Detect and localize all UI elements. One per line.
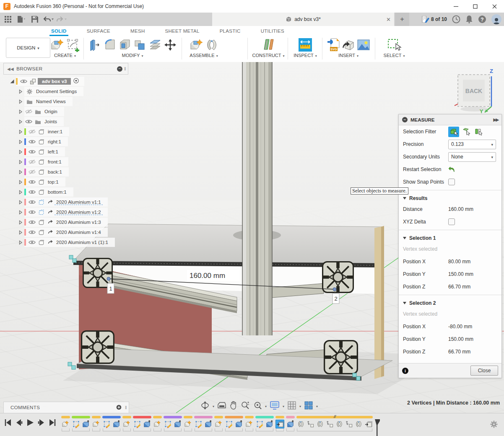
notifications-bell-icon[interactable] [465,15,473,23]
timeline-group-capsule[interactable] [225,416,243,418]
expand-caret-icon[interactable] [18,240,23,245]
create-label[interactable]: CREATE [54,53,73,58]
timeline-group-capsule[interactable] [194,416,213,418]
browser-item-2020-aluminium-v1-4[interactable]: 2020 Aluminium v1:4 [3,227,128,237]
timeline-feature-group[interactable] [132,415,152,431]
timeline-group-capsule[interactable] [184,416,192,418]
timeline-feature-group[interactable] [91,415,101,431]
browser-item-left-1[interactable]: left:1 [3,147,128,157]
user-avatar[interactable] [491,14,501,24]
timeline-icon-extrude[interactable] [234,420,243,428]
orbit-icon[interactable] [200,401,210,410]
visibility-eye-off-icon[interactable] [28,169,36,174]
timeline-feature-group[interactable] [153,415,162,431]
move-icon[interactable] [164,38,177,52]
browser-root-item[interactable]: adv box v3 [3,76,128,86]
assemble-label[interactable]: ASSEMBLE [190,53,214,58]
expand-caret-icon[interactable] [18,210,23,215]
timeline-icon-derive[interactable] [275,420,284,428]
timeline-icon-extrude[interactable] [286,420,295,428]
viewcube[interactable]: BACK Z Y [453,65,501,114]
fit-icon[interactable] [253,401,262,410]
expand-caret-icon[interactable] [18,160,23,164]
timeline-icon-sketch[interactable] [255,420,264,428]
timeline-group-capsule[interactable] [275,416,284,418]
timeline-icon-joint[interactable] [296,420,305,428]
fillet-icon[interactable] [103,38,117,52]
info-icon[interactable]: i [402,368,408,374]
browser-item-inner-1[interactable]: inner:1 [3,127,128,137]
visibility-eye-icon[interactable] [19,79,28,84]
play-button[interactable] [26,418,34,427]
visibility-eye-icon[interactable] [28,189,36,195]
save-icon[interactable] [29,14,40,24]
browser-header[interactable]: ◀◀ BROWSER − ‖ [3,63,128,75]
timeline-icon-sketch[interactable] [194,420,203,428]
browser-item-document-settings[interactable]: Document Settings [3,86,128,96]
show-snap-points-checkbox[interactable] [448,179,455,185]
visibility-eye-icon[interactable] [28,200,36,205]
selection1-section-header[interactable]: Selection 1 [399,232,501,243]
undo-icon[interactable] [43,14,54,24]
secondary-units-select[interactable]: None [448,152,496,162]
timeline-group-capsule[interactable] [255,416,274,418]
insert-svg-icon[interactable]: SVG [327,38,340,52]
timeline-feature-group[interactable]: /// [296,415,373,431]
chevron-down-icon[interactable] [213,402,214,409]
insert-label[interactable]: INSERT [338,53,355,58]
timeline-feature-group[interactable] [244,415,254,431]
step-forward-button[interactable] [38,418,45,427]
timeline-icon-sketch[interactable] [72,420,81,428]
panel-grip[interactable]: ‖ [125,405,127,410]
minimize-panel-icon[interactable]: − [117,66,122,72]
timeline-icon-extrude[interactable] [143,420,151,428]
timeline-icon-joint[interactable] [316,420,325,428]
timeline-feature-group[interactable] [102,415,121,431]
browser-item-2020-aluminium-v1-2[interactable]: 2020 Aluminium v1:2 [3,207,128,217]
shell-icon[interactable] [118,38,132,52]
comments-bar[interactable]: COMMENTS ‖ [3,402,129,413]
chevron-down-icon[interactable] [316,402,318,409]
filter-body-button[interactable] [448,127,459,137]
expand-caret-icon[interactable] [18,200,23,205]
press-pull-icon[interactable] [88,38,101,52]
design-workspace-selector[interactable]: DESIGN [6,38,50,58]
browser-item-origin[interactable]: Origin [3,106,128,117]
grid-snap-icon[interactable] [287,401,296,410]
visibility-eye-icon[interactable] [24,119,33,124]
timeline-icon-extrude[interactable] [112,420,121,428]
app-grid-icon[interactable] [3,14,13,24]
timeline-group-capsule[interactable] [245,416,254,418]
offset-face-icon[interactable] [148,38,162,52]
step-back-button[interactable] [15,418,23,427]
help-icon[interactable]: ? [478,15,486,23]
add-comment-icon[interactable] [116,405,122,411]
timeline-icon-extrude[interactable] [204,420,213,428]
visibility-eye-icon[interactable] [28,240,36,245]
timeline-feature-group[interactable] [286,415,295,431]
visibility-eye-icon[interactable] [28,149,36,154]
timeline-icon-sketch[interactable] [164,420,172,428]
tab-solid[interactable]: SOLID [50,27,68,35]
new-tab-button[interactable]: + [395,13,409,26]
timeline-feature-group[interactable] [255,415,274,431]
construct-label[interactable]: CONSTRUCT [252,53,281,58]
browser-item-back-1[interactable]: back:1 [3,167,128,177]
visibility-eye-icon[interactable] [28,230,36,235]
timeline-group-capsule[interactable] [92,416,101,418]
timeline-icon-component[interactable] [153,420,162,428]
timeline-icon-component[interactable] [214,420,223,428]
browser-item-named-views[interactable]: Named Views [3,96,128,106]
construct-plane-icon[interactable] [261,38,276,52]
redo-icon[interactable] [56,14,67,24]
timeline-settings-gear-icon[interactable] [490,420,498,430]
timeline-group-capsule[interactable] [102,416,121,418]
timeline-feature-group[interactable] [275,415,285,431]
job-status[interactable]: 8 of 10 [422,16,447,23]
filter-edge-button[interactable] [473,127,483,137]
tab-close-icon[interactable]: ✕ [386,16,391,23]
visibility-eye-icon[interactable] [28,210,36,215]
tab-utilities[interactable]: UTILITIES [260,27,285,35]
joint-icon[interactable] [205,38,218,52]
insert-mesh-icon[interactable] [342,38,355,52]
